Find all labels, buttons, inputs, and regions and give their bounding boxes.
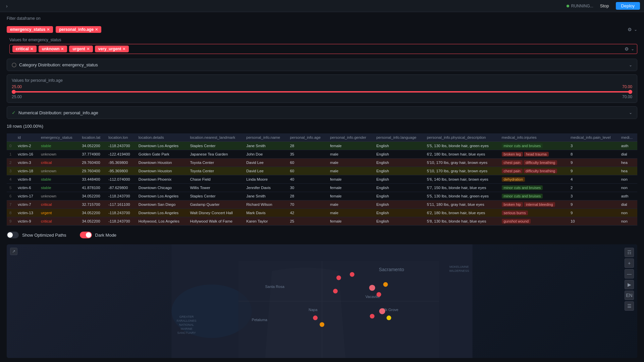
- row-description: 5'7, 150 lbs, blonde hair, blue eyes: [424, 184, 499, 192]
- category-distribution-chevron-icon: ⌄: [629, 63, 632, 67]
- stop-button[interactable]: Stop: [597, 3, 612, 9]
- row-pain: 4: [568, 175, 619, 184]
- svg-point-17: [336, 276, 341, 280]
- collapse-button[interactable]: ›: [4, 3, 10, 9]
- age-slider-labels: 25.00 70.00: [12, 84, 632, 89]
- table-row[interactable]: 3 victim-18 unknown 29.760400 -95.369800…: [7, 167, 637, 175]
- row-injuries: minor cuts and bruises: [499, 192, 568, 200]
- map-zoom-out-button[interactable]: ―: [625, 269, 634, 279]
- map-expand-button[interactable]: ↗: [10, 248, 17, 255]
- svg-text:Sacramento: Sacramento: [379, 267, 404, 272]
- row-lat: 33.448400: [79, 175, 106, 184]
- row-lon: -118.243700: [106, 209, 136, 217]
- row-description: 5'6, 140 lbs, brown hair, brown eyes: [424, 175, 499, 184]
- filter-tag-personal-info-age[interactable]: personal_info.age ✕: [56, 26, 101, 33]
- row-id: victim-2: [15, 142, 38, 150]
- map-svg: Sacramento Santa Rosa Vacaville Napa Elk…: [7, 244, 637, 358]
- row-status: critical: [38, 217, 79, 226]
- status-tag-unknown[interactable]: unknown ✕: [39, 46, 67, 52]
- row-language: English: [374, 200, 424, 209]
- row-num: 6: [7, 192, 15, 200]
- status-values-settings-button[interactable]: ⚙: [625, 46, 629, 52]
- row-pain: 9: [568, 200, 619, 209]
- table-row[interactable]: 1 victim-16 unknown 37.774900 -122.41940…: [7, 150, 637, 159]
- table-row[interactable]: 9 victim-9 critical 34.052200 -118.24370…: [7, 217, 637, 226]
- svg-text:MOKELUMNE: MOKELUMNE: [449, 265, 469, 268]
- col-header-location-lat: location.lat: [79, 133, 106, 142]
- map-globe-button[interactable]: EN: [625, 291, 634, 300]
- status-tag-unknown-remove[interactable]: ✕: [61, 47, 64, 51]
- table-row[interactable]: 2 victim-3 critical 29.760400 -95.369800…: [7, 159, 637, 167]
- age-slider-thumb-left[interactable]: [12, 90, 16, 94]
- row-description: 5'8, 130 lbs, blonde hair, blue eyes: [424, 217, 499, 226]
- map-location-button[interactable]: ▶: [625, 280, 634, 289]
- col-header-location-lon: location.lon: [106, 133, 136, 142]
- row-id: victim-13: [15, 209, 38, 217]
- table-row[interactable]: 5 victim-6 stable 41.878100 -87.629800 D…: [7, 184, 637, 192]
- row-language: English: [374, 175, 424, 184]
- filter-tag-emergency-status[interactable]: emergency_status ✕: [7, 26, 53, 33]
- row-pain: 2: [568, 184, 619, 192]
- row-gender: male: [327, 167, 374, 175]
- row-status: urgent: [38, 209, 79, 217]
- table-row[interactable]: 0 victim-2 stable 34.052200 -118.243700 …: [7, 142, 637, 150]
- row-id: victim-9: [15, 217, 38, 226]
- status-tag-very-urgent-remove[interactable]: ✕: [122, 47, 125, 51]
- map-layers-button[interactable]: ☶: [625, 248, 634, 257]
- row-id: victim-6: [15, 184, 38, 192]
- table-row[interactable]: 8 victim-13 urgent 34.052200 -118.243700…: [7, 209, 637, 217]
- filter-tag-emergency-status-remove[interactable]: ✕: [47, 27, 50, 32]
- table-row[interactable]: 7 victim-7 critical 32.715700 -117.16110…: [7, 200, 637, 209]
- row-age: 35: [287, 150, 327, 159]
- row-pain: 10: [568, 217, 619, 226]
- show-optimized-paths-toggle[interactable]: [7, 232, 19, 238]
- map-placeholder: Sacramento Santa Rosa Vacaville Napa Elk…: [7, 244, 637, 358]
- table-row[interactable]: 6 victim-17 unknown 34.052200 -118.24370…: [7, 192, 637, 200]
- emergency-status-values-label: Values for emergency_status: [9, 38, 637, 42]
- status-tag-critical[interactable]: critical ✕: [12, 46, 37, 52]
- status-tag-urgent-remove[interactable]: ✕: [87, 47, 90, 51]
- status-tag-urgent[interactable]: urgent ✕: [69, 46, 93, 52]
- row-extra: hea: [619, 159, 637, 167]
- deploy-button[interactable]: Deploy: [616, 2, 640, 10]
- age-slider-thumb-right[interactable]: [628, 90, 632, 94]
- status-tag-critical-remove[interactable]: ✕: [30, 47, 33, 51]
- row-num: 3: [7, 167, 15, 175]
- filter-tag-personal-info-age-remove[interactable]: ✕: [95, 27, 98, 32]
- row-language: English: [374, 184, 424, 192]
- rows-count: 18 rows (100.00%): [7, 124, 637, 129]
- row-id: victim-3: [15, 159, 38, 167]
- row-age: 30: [287, 184, 327, 192]
- status-tag-very-urgent[interactable]: very_urgent ✕: [95, 46, 129, 52]
- emergency-status-input-row: critical ✕ unknown ✕ urgent ✕ very_urgen…: [9, 44, 637, 54]
- row-status: critical: [38, 159, 79, 167]
- numerical-distribution-chevron-icon: ⌄: [629, 110, 632, 115]
- dark-mode-toggle[interactable]: [80, 232, 92, 238]
- row-injuries: dehydration: [499, 175, 568, 184]
- dark-mode-toggle-group: Dark Mode: [80, 232, 117, 238]
- map-extra-button[interactable]: ☰: [625, 301, 634, 311]
- row-id: victim-16: [15, 150, 38, 159]
- row-name: David Lee: [244, 159, 287, 167]
- age-slider-track[interactable]: [12, 91, 632, 93]
- map-zoom-in-button[interactable]: +: [625, 258, 634, 268]
- row-name: Richard Wilson: [244, 200, 287, 209]
- col-header-emergency-status: emergency_status: [38, 133, 79, 142]
- col-header-personal-age: personal_info.age: [287, 133, 327, 142]
- row-status: unknown: [38, 167, 79, 175]
- row-id: victim-18: [15, 167, 38, 175]
- table-row[interactable]: 4 victim-8 stable 33.448400 -112.074000 …: [7, 175, 637, 184]
- col-header-personal-gender: personal_info.gender: [327, 133, 374, 142]
- running-badge: RUNNING...: [567, 4, 593, 8]
- row-lat: 29.760400: [79, 159, 106, 167]
- filter-settings-button[interactable]: ⚙: [628, 27, 632, 32]
- row-landmark: Hollywood Walk of Fame: [187, 217, 244, 226]
- row-pain: 8: [568, 150, 619, 159]
- row-extra: asth: [619, 142, 637, 150]
- row-lon: -118.243700: [106, 192, 136, 200]
- age-slider-max: 70.00: [622, 95, 632, 99]
- row-age: 25: [287, 217, 327, 226]
- row-details: Downtown Los Angeles: [136, 209, 187, 217]
- dark-mode-label: Dark Mode: [95, 233, 117, 238]
- category-radio-icon[interactable]: [12, 63, 16, 67]
